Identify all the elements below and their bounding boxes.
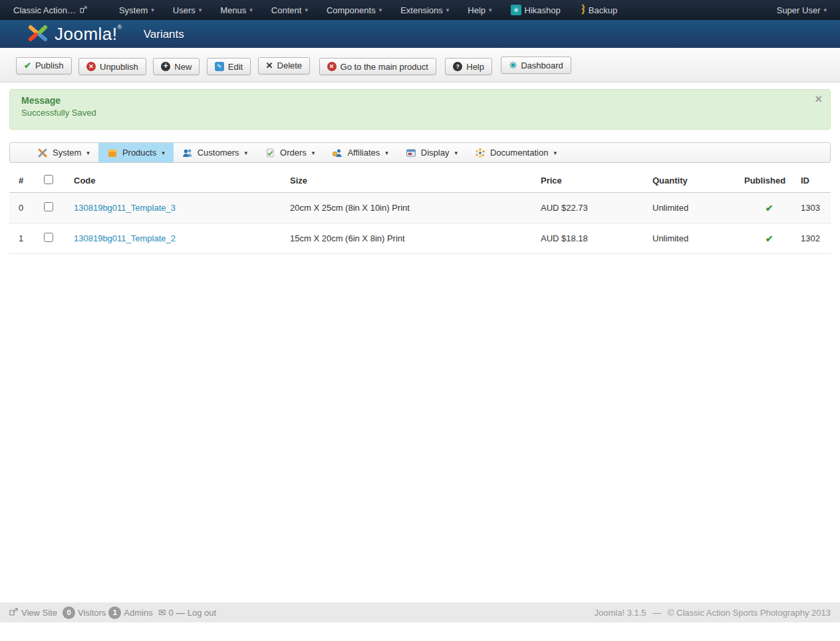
row-price: AUD $18.18 xyxy=(537,223,649,254)
chevron-down-icon: ▾ xyxy=(305,7,308,13)
logout-link[interactable]: Log out xyxy=(188,608,216,618)
chevron-down-icon: ▾ xyxy=(385,150,388,156)
admins-label: Admins xyxy=(124,608,152,618)
chevron-down-icon: ▾ xyxy=(379,7,382,13)
user-label: Super User xyxy=(777,5,821,15)
hikamenu-item-affiliates[interactable]: Affiliates ▾ xyxy=(323,143,396,162)
copyright: © Classic Action Sports Photography 2013 xyxy=(668,608,831,618)
chevron-down-icon: ▾ xyxy=(86,150,90,156)
button-label: Go to the main product xyxy=(341,62,428,72)
dashboard-button[interactable]: ✳ Dashboard xyxy=(501,57,571,74)
button-label: Delete xyxy=(277,61,303,70)
topbar-backup-link[interactable]: Backup xyxy=(570,0,627,20)
menu-label: System xyxy=(119,5,148,15)
visitors-label: Visitors xyxy=(78,608,106,618)
topbar-menu-users[interactable]: Users ▾ xyxy=(164,0,211,20)
dashboard-icon: ✳ xyxy=(509,60,517,70)
button-label: New xyxy=(174,62,192,72)
topbar-hikashop-link[interactable]: ✳ Hikashop xyxy=(501,0,570,20)
chevron-down-icon: ▾ xyxy=(454,150,458,156)
published-check-icon[interactable]: ✔ xyxy=(766,233,773,244)
unpublish-button[interactable]: ✕ Unpublish xyxy=(78,58,146,75)
column-price[interactable]: Price xyxy=(537,168,649,193)
published-check-icon[interactable]: ✔ xyxy=(766,203,773,213)
site-title-label: Classic Action… xyxy=(13,5,76,15)
row-size: 15cm X 20cm (6in X 8in) Print xyxy=(287,223,537,254)
menu-label: Orders xyxy=(280,148,307,158)
hikamenu-item-documentation[interactable]: Documentation ▾ xyxy=(466,143,565,162)
row-select xyxy=(41,193,70,223)
menu-label: Products xyxy=(122,148,156,158)
row-size: 20cm X 25cm (8in X 10in) Print xyxy=(287,193,537,223)
back-icon: ✕ xyxy=(327,62,337,71)
joomla-version: Joomla! 3.1.5 xyxy=(595,608,646,618)
row-checkbox[interactable] xyxy=(44,202,53,211)
menu-label: Content xyxy=(271,5,302,15)
column-id[interactable]: ID xyxy=(797,168,831,193)
footer-credits: Joomla! 3.1.5 — © Classic Action Sports … xyxy=(595,608,831,618)
chevron-down-icon: ▾ xyxy=(446,7,450,13)
column-size[interactable]: Size xyxy=(287,168,537,193)
backup-label: Backup xyxy=(589,5,617,15)
user-menu[interactable]: Super User ▾ xyxy=(777,5,827,15)
menu-label: Affiliates xyxy=(347,148,380,158)
table-header-row: # Code Size Price Quantity Published ID xyxy=(9,168,831,193)
select-all-checkbox[interactable] xyxy=(44,175,53,184)
hikamenu-item-orders[interactable]: Orders ▾ xyxy=(256,143,323,162)
menu-label: Customers xyxy=(198,148,239,158)
box-icon xyxy=(107,148,118,158)
hikamenu-item-products[interactable]: Products ▾ xyxy=(98,143,174,162)
topbar-menu-components[interactable]: Components ▾ xyxy=(317,0,391,20)
hikamenu-item-system[interactable]: System ▾ xyxy=(29,143,98,162)
row-id: 1302 xyxy=(797,223,831,254)
table-row: 0 130819bg011_Template_3 20cm X 25cm (8i… xyxy=(9,193,831,223)
variant-code-link[interactable]: 130819bg011_Template_3 xyxy=(74,203,176,213)
topbar-menu-system[interactable]: System ▾ xyxy=(110,0,164,20)
order-doc-icon xyxy=(265,148,275,158)
unpublish-icon: ✕ xyxy=(86,62,96,71)
delete-button[interactable]: ✕ Delete xyxy=(258,57,310,74)
site-title-link[interactable]: Classic Action… xyxy=(13,5,87,15)
check-icon: ✔ xyxy=(24,61,31,70)
topbar-menu-content[interactable]: Content ▾ xyxy=(262,0,317,20)
chevron-down-icon: ▾ xyxy=(199,7,202,13)
success-message: × Message Successfully Saved xyxy=(9,89,831,130)
message-title: Message xyxy=(21,95,810,106)
joomla-brand: Joomla!® xyxy=(27,23,122,46)
toolbar: ✔ Publish ✕ Unpublish + New ✎ Edit ✕ Del… xyxy=(0,48,840,82)
admin-page: Classic Action… System ▾ Users ▾ Menus ▾… xyxy=(0,0,840,641)
row-published: ✔ xyxy=(741,223,797,254)
hikashop-label: Hikashop xyxy=(525,5,561,15)
hikamenu-item-customers[interactable]: Customers ▾ xyxy=(174,143,256,162)
hikamenu-item-display[interactable]: Display ▾ xyxy=(397,143,466,162)
column-code[interactable]: Code xyxy=(70,168,287,193)
column-published[interactable]: Published xyxy=(741,168,797,193)
edit-button[interactable]: ✎ Edit xyxy=(207,58,251,75)
go-to-main-product-button[interactable]: ✕ Go to the main product xyxy=(319,58,436,75)
row-num: 0 xyxy=(9,193,41,223)
chevron-down-icon: ▾ xyxy=(162,150,165,156)
topbar-menu-extensions[interactable]: Extensions ▾ xyxy=(391,0,458,20)
row-checkbox[interactable] xyxy=(44,233,53,242)
chevron-down-icon: ▾ xyxy=(245,150,248,156)
view-site-icon xyxy=(9,608,18,618)
view-site-link[interactable]: View Site xyxy=(9,608,57,618)
publish-button[interactable]: ✔ Publish xyxy=(16,57,72,74)
chevron-down-icon: ▾ xyxy=(249,7,253,13)
chevron-down-icon: ▾ xyxy=(553,150,557,156)
hikashop-icon: ✳ xyxy=(511,5,521,15)
message-body: Successfully Saved xyxy=(21,108,810,118)
menu-label: System xyxy=(53,148,81,158)
topbar-menu-menus[interactable]: Menus ▾ xyxy=(211,0,262,20)
column-quantity[interactable]: Quantity xyxy=(649,168,741,193)
joomla-brand-text: Joomla!® xyxy=(55,24,122,45)
topbar-menu-help[interactable]: Help ▾ xyxy=(458,0,501,20)
close-icon[interactable]: × xyxy=(815,93,822,105)
chevron-down-icon: ▾ xyxy=(151,7,154,13)
page-title: Variants xyxy=(144,28,184,41)
help-button[interactable]: ? Help xyxy=(445,58,492,75)
plus-icon: + xyxy=(161,62,170,71)
variant-code-link[interactable]: 130819bg011_Template_2 xyxy=(74,233,176,243)
chevron-down-icon: ▾ xyxy=(312,150,315,156)
new-button[interactable]: + New xyxy=(153,58,200,75)
